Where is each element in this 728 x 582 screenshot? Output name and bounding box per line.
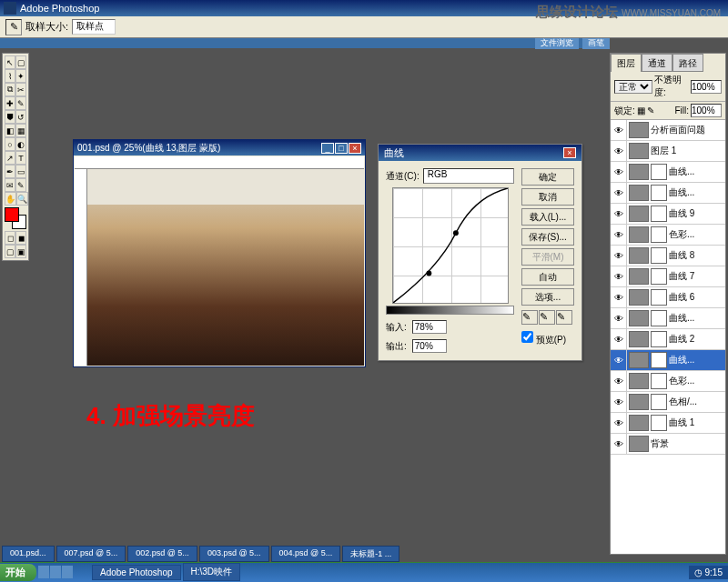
visibility-icon[interactable]: 👁 [611, 120, 627, 140]
layer-mask[interactable] [651, 415, 667, 431]
layer-row[interactable]: 👁曲线... [611, 350, 725, 371]
visibility-icon[interactable]: 👁 [611, 413, 627, 433]
eraser-tool[interactable]: ◧ [5, 124, 15, 137]
slice-tool[interactable]: ✂ [15, 83, 26, 96]
pen-tool[interactable]: ✒ [5, 165, 15, 178]
save-button[interactable]: 保存(S)... [521, 228, 574, 246]
layer-row[interactable]: 👁图层 1 [611, 141, 725, 162]
layer-row[interactable]: 👁分析画面问题 [611, 120, 725, 141]
type-tool[interactable]: T [15, 151, 26, 165]
visibility-icon[interactable]: 👁 [611, 329, 627, 349]
visibility-icon[interactable]: 👁 [611, 225, 627, 245]
layer-row[interactable]: 👁背景 [611, 434, 725, 455]
screen-std[interactable]: ▢ [5, 245, 15, 258]
gradient-tool[interactable]: ▦ [15, 124, 26, 137]
layer-mask[interactable] [651, 331, 667, 347]
channel-select[interactable]: RGB [423, 168, 514, 184]
layer-row[interactable]: 👁色彩... [611, 225, 725, 246]
ql-icon[interactable] [38, 566, 49, 578]
fg-color[interactable] [5, 207, 19, 222]
infotab-brush[interactable]: 画笔 [582, 37, 610, 49]
tab-paths[interactable]: 路径 [672, 54, 703, 72]
visibility-icon[interactable]: 👁 [611, 308, 627, 328]
layer-row[interactable]: 👁曲线 8 [611, 246, 725, 266]
layer-thumb[interactable] [629, 226, 649, 243]
ql-icon[interactable] [50, 566, 61, 578]
auto-button[interactable]: 自动 [521, 268, 574, 286]
visibility-icon[interactable]: 👁 [611, 392, 627, 412]
doc-tab[interactable]: 004.psd @ 5... [271, 546, 341, 562]
layer-row[interactable]: 👁曲线 2 [611, 329, 725, 350]
layer-row[interactable]: 👁曲线 7 [611, 266, 725, 287]
tab-channels[interactable]: 通道 [642, 54, 672, 72]
layer-mask[interactable] [651, 185, 667, 201]
marquee-tool[interactable]: ▢ [15, 55, 26, 69]
doc-tab[interactable]: 未标题-1 ... [342, 546, 399, 562]
curve-path[interactable] [393, 188, 508, 303]
color-swatch[interactable] [5, 207, 26, 229]
wand-tool[interactable]: ✦ [15, 69, 26, 83]
doc-tab[interactable]: 002.psd @ 5... [127, 546, 197, 562]
input-value[interactable] [412, 320, 447, 334]
layer-mask[interactable] [651, 373, 667, 389]
visibility-icon[interactable]: 👁 [611, 204, 627, 224]
smooth-button[interactable]: 平滑(M) [521, 248, 574, 266]
hand-tool[interactable]: ✋ [5, 192, 16, 206]
layer-thumb[interactable] [629, 164, 649, 180]
visibility-icon[interactable]: 👁 [611, 183, 627, 203]
doc-canvas[interactable] [75, 156, 364, 366]
doc-maximize[interactable]: □ [335, 143, 348, 154]
heal-tool[interactable]: ✚ [5, 96, 15, 110]
layers-list[interactable]: 👁分析画面问题👁图层 1👁曲线...👁曲线...👁曲线 9👁色彩...👁曲线 8… [611, 120, 725, 554]
layer-thumb[interactable] [629, 289, 649, 306]
layer-thumb[interactable] [629, 352, 649, 368]
layer-thumb[interactable] [629, 394, 649, 410]
path-tool[interactable]: ↗ [5, 151, 15, 165]
crop-tool[interactable]: ⧉ [5, 83, 15, 96]
doc-minimize[interactable]: _ [321, 143, 334, 154]
blur-tool[interactable]: ○ [5, 137, 15, 151]
layer-mask[interactable] [651, 226, 667, 243]
layer-thumb[interactable] [629, 247, 649, 264]
curves-close[interactable]: × [563, 147, 576, 158]
lock-trans-icon[interactable]: ▦ [637, 105, 645, 115]
layer-mask[interactable] [651, 289, 667, 306]
visibility-icon[interactable]: 👁 [611, 141, 627, 161]
visibility-icon[interactable]: 👁 [611, 266, 627, 286]
eyedrop-tool[interactable]: ✎ [15, 178, 26, 192]
layer-mask[interactable] [651, 352, 667, 368]
visibility-icon[interactable]: 👁 [611, 246, 627, 266]
layer-mask[interactable] [651, 247, 667, 264]
notes-tool[interactable]: ✉ [5, 178, 15, 192]
layer-thumb[interactable] [629, 436, 649, 452]
load-button[interactable]: 载入(L)... [521, 208, 574, 226]
ql-icon[interactable] [62, 566, 73, 578]
picker-black-icon[interactable]: ✎ [521, 310, 538, 325]
visibility-icon[interactable]: 👁 [611, 371, 627, 391]
doc-tab[interactable]: 003.psd @ 5... [199, 546, 269, 562]
mode-qmask[interactable]: ◼ [15, 231, 26, 245]
layer-thumb[interactable] [629, 143, 649, 159]
layer-row[interactable]: 👁色彩... [611, 371, 725, 392]
visibility-icon[interactable]: 👁 [611, 287, 627, 307]
layer-mask[interactable] [651, 268, 667, 285]
dodge-tool[interactable]: ◐ [15, 137, 26, 151]
system-tray[interactable]: ◷ 9:15 [689, 566, 728, 579]
doc-tab[interactable]: 001.psd... [2, 546, 55, 562]
curves-grid[interactable] [392, 187, 509, 304]
visibility-icon[interactable]: 👁 [611, 350, 627, 370]
layer-thumb[interactable] [629, 310, 649, 326]
cancel-button[interactable]: 取消 [521, 188, 574, 206]
layer-row[interactable]: 👁曲线... [611, 308, 725, 329]
visibility-icon[interactable]: 👁 [611, 162, 627, 182]
layer-row[interactable]: 👁曲线 1 [611, 413, 725, 434]
tray-icon[interactable]: ◷ [694, 567, 703, 577]
options-button[interactable]: 选项... [521, 288, 574, 306]
layer-mask[interactable] [651, 164, 667, 180]
zoom-tool[interactable]: 🔍 [16, 192, 28, 206]
brush-tool[interactable]: ✎ [15, 96, 26, 110]
visibility-icon[interactable]: 👁 [611, 434, 627, 454]
ok-button[interactable]: 确定 [521, 168, 574, 186]
layer-thumb[interactable] [629, 331, 649, 347]
layer-thumb[interactable] [629, 415, 649, 431]
